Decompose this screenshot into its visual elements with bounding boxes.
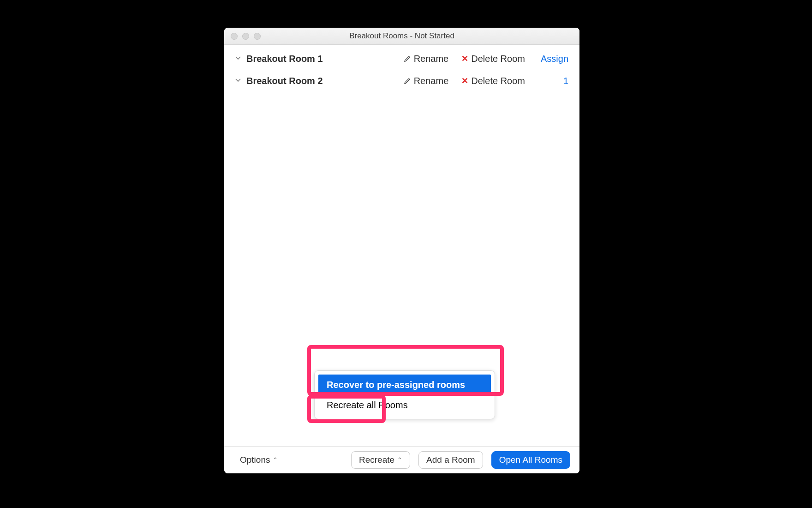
chevron-down-icon[interactable] — [235, 55, 244, 62]
recreate-label: Recreate — [359, 455, 394, 465]
chevron-down-icon[interactable] — [235, 77, 244, 85]
titlebar: Breakout Rooms - Not Started — [224, 28, 579, 45]
breakout-rooms-window: Breakout Rooms - Not Started Breakout Ro… — [224, 28, 579, 473]
chevron-up-icon: ⌃ — [273, 456, 278, 463]
rooms-list: Breakout Room 1 Rename ✕ Delete Room Ass… — [224, 45, 579, 446]
recreate-button[interactable]: Recreate ⌃ — [351, 451, 410, 469]
window-controls — [224, 33, 261, 40]
participant-count-link[interactable]: 1 — [541, 76, 568, 86]
room-row: Breakout Room 2 Rename ✕ Delete Room 1 — [224, 70, 579, 92]
rename-label: Rename — [414, 54, 449, 64]
rename-room-button[interactable]: Rename — [404, 76, 449, 86]
menu-item-label: Recover to pre-assigned rooms — [327, 380, 465, 390]
rename-label: Rename — [414, 76, 449, 86]
assign-button[interactable]: Assign — [541, 54, 568, 64]
open-all-rooms-button[interactable]: Open All Rooms — [491, 451, 570, 469]
zoom-window-button[interactable] — [254, 33, 261, 40]
add-room-button[interactable]: Add a Room — [418, 451, 483, 469]
room-name[interactable]: Breakout Room 2 — [246, 76, 323, 86]
chevron-up-icon: ⌃ — [397, 456, 402, 463]
delete-label: Delete Room — [471, 76, 525, 86]
menu-item-recover-preassigned[interactable]: Recover to pre-assigned rooms — [318, 375, 491, 395]
delete-room-button[interactable]: ✕ Delete Room — [461, 54, 525, 64]
pencil-icon — [404, 55, 411, 62]
recreate-menu: Recover to pre-assigned rooms Recreate a… — [314, 370, 495, 419]
rename-room-button[interactable]: Rename — [404, 54, 449, 64]
room-name[interactable]: Breakout Room 1 — [246, 54, 323, 64]
delete-label: Delete Room — [471, 54, 525, 64]
bottom-bar: Options ⌃ Recreate ⌃ Add a Room Open All… — [224, 446, 579, 473]
window-title: Breakout Rooms - Not Started — [224, 31, 579, 41]
open-all-label: Open All Rooms — [499, 455, 562, 465]
x-icon: ✕ — [461, 77, 468, 85]
add-room-label: Add a Room — [426, 455, 475, 465]
options-button[interactable]: Options ⌃ — [240, 455, 278, 465]
menu-item-recreate-all[interactable]: Recreate all Rooms — [318, 395, 491, 415]
close-window-button[interactable] — [231, 33, 238, 40]
minimize-window-button[interactable] — [242, 33, 249, 40]
menu-item-label: Recreate all Rooms — [327, 400, 408, 411]
delete-room-button[interactable]: ✕ Delete Room — [461, 76, 525, 86]
pencil-icon — [404, 77, 411, 85]
options-label: Options — [240, 455, 270, 465]
x-icon: ✕ — [461, 54, 468, 63]
room-row: Breakout Room 1 Rename ✕ Delete Room Ass… — [224, 48, 579, 70]
